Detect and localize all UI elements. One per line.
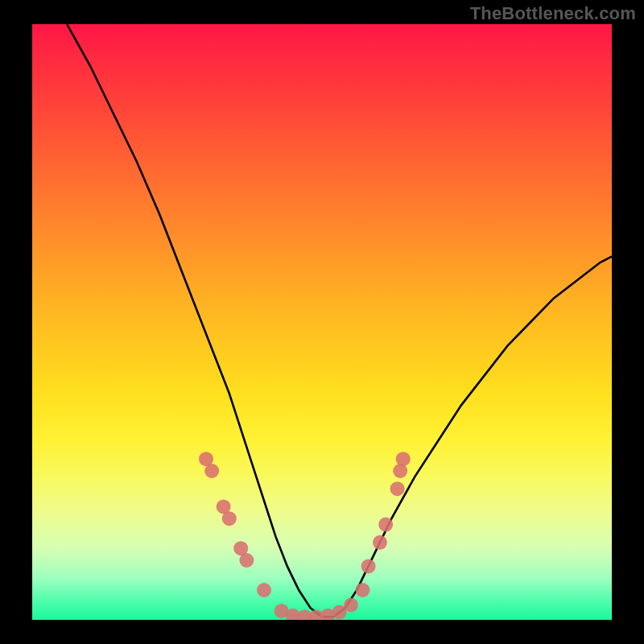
marker-dot	[344, 598, 358, 613]
curve-markers	[199, 452, 411, 620]
marker-dot	[222, 511, 237, 526]
watermark-text: TheBottleneck.com	[470, 3, 636, 24]
marker-dot	[239, 553, 254, 568]
marker-dot	[373, 535, 387, 550]
bottleneck-curve	[67, 24, 612, 617]
chart-svg	[32, 24, 612, 620]
marker-dot	[355, 583, 369, 597]
marker-dot	[361, 559, 376, 573]
marker-dot	[390, 481, 405, 496]
chart-frame: TheBottleneck.com	[0, 0, 644, 644]
marker-dot	[257, 583, 271, 597]
marker-dot	[396, 452, 411, 466]
plot-area	[32, 24, 612, 620]
marker-dot	[378, 518, 393, 532]
marker-dot	[204, 464, 219, 478]
